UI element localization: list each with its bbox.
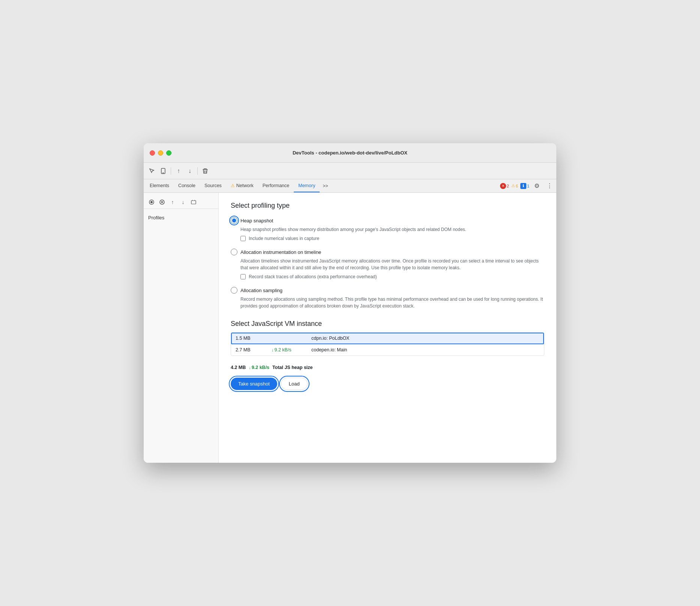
total-size: 4.2 MB	[231, 365, 246, 370]
heap-snapshot-checkbox-row: Include numerical values in capture	[240, 236, 544, 241]
heap-snapshot-label[interactable]: Heap snapshot	[240, 218, 273, 224]
allocation-sampling-radio-row: Allocation sampling	[231, 287, 544, 294]
sidebar: ↑ ↓ Profiles	[144, 193, 219, 463]
heap-snapshot-radio-wrapper[interactable]	[231, 217, 237, 224]
clear-profiles-button[interactable]	[189, 197, 198, 207]
tab-console[interactable]: Console	[174, 179, 200, 192]
action-buttons: Take snapshot Load	[231, 378, 544, 390]
import-profiles-button[interactable]: ↑	[168, 197, 177, 207]
heap-snapshot-radio-row: Heap snapshot	[231, 217, 544, 224]
nav-right-badges: ✕ 2 ⚠ 6 ℹ 1 ⚙ ⋮	[500, 179, 555, 192]
tab-network[interactable]: ⚠ Network	[226, 179, 258, 192]
error-badge[interactable]: ✕ 2	[500, 183, 509, 189]
vm-name-1: cdpn.io: PoLdbOX	[311, 336, 349, 341]
total-label: Total JS heap size	[272, 365, 312, 370]
window-title: DevTools - codepen.io/web-dot-dev/live/P…	[293, 150, 407, 156]
record-stack-traces-row: Record stack traces of allocations (extr…	[240, 274, 544, 279]
main-content: Select profiling type Heap snapshot Heap…	[219, 193, 556, 463]
vm-instances-table: 1.5 MB cdpn.io: PoLdbOX 2.7 MB ↓ 9.2 kB/…	[231, 332, 544, 356]
download-icon[interactable]: ↓	[185, 166, 195, 176]
sidebar-profiles-label: Profiles	[144, 212, 218, 224]
vm-instance-row-1[interactable]: 1.5 MB cdpn.io: PoLdbOX	[231, 333, 544, 344]
stop-button[interactable]	[157, 197, 167, 207]
export-profiles-button[interactable]: ↓	[178, 197, 188, 207]
include-numerical-checkbox[interactable]	[240, 236, 246, 241]
down-arrow-icon-2: ↓	[272, 348, 274, 352]
content-area: ↑ ↓ Profiles Select profiling type Heap …	[144, 193, 556, 463]
vm-size-2: 2.7 MB	[236, 347, 266, 352]
settings-icon[interactable]: ⚙	[532, 181, 542, 191]
vm-section-title: Select JavaScript VM instance	[231, 320, 544, 328]
record-stack-traces-checkbox[interactable]	[240, 274, 246, 279]
allocation-sampling-description: Record memory allocations using sampling…	[240, 296, 544, 309]
vm-instance-row-2[interactable]: 2.7 MB ↓ 9.2 kB/s codepen.io: Main	[231, 344, 544, 356]
total-rate: ↓ 9.2 kB/s	[249, 365, 269, 370]
traffic-lights	[150, 150, 171, 156]
tab-elements[interactable]: Elements	[145, 179, 174, 192]
vm-size-1: 1.5 MB	[236, 336, 266, 341]
minimize-button[interactable]	[158, 150, 163, 156]
tab-performance[interactable]: Performance	[258, 179, 294, 192]
allocation-timeline-label[interactable]: Allocation instrumentation on timeline	[240, 249, 321, 255]
tab-memory[interactable]: Memory	[294, 179, 320, 192]
heap-snapshot-description: Heap snapshot profiles show memory distr…	[240, 226, 544, 233]
toolbar-divider-2	[197, 167, 198, 175]
record-stack-traces-label[interactable]: Record stack traces of allocations (extr…	[249, 274, 377, 279]
info-icon: ℹ	[520, 183, 526, 189]
toolbar: ↑ ↓	[144, 163, 556, 179]
vm-rate-2: ↓ 9.2 kB/s	[272, 347, 305, 352]
include-numerical-label[interactable]: Include numerical values in capture	[249, 236, 319, 241]
select-profiling-title: Select profiling type	[231, 202, 544, 210]
inspect-icon[interactable]	[147, 166, 157, 176]
total-down-arrow-icon: ↓	[249, 365, 251, 370]
tab-sources[interactable]: Sources	[200, 179, 226, 192]
svg-rect-7	[191, 201, 196, 204]
tab-more[interactable]: >>	[320, 179, 331, 192]
sidebar-toolbar: ↑ ↓	[144, 196, 218, 209]
info-badge[interactable]: ℹ 1	[520, 183, 529, 189]
upload-icon[interactable]: ↑	[173, 166, 184, 176]
device-icon[interactable]	[158, 166, 168, 176]
vm-name-2: codepen.io: Main	[311, 347, 347, 352]
allocation-timeline-radio[interactable]	[231, 249, 237, 255]
error-icon: ✕	[500, 183, 506, 189]
nav-tabs: Elements Console Sources ⚠ Network Perfo…	[144, 179, 556, 193]
total-row: 4.2 MB ↓ 9.2 kB/s Total JS heap size	[231, 362, 544, 373]
toolbar-divider	[171, 167, 171, 175]
devtools-window: DevTools - codepen.io/web-dot-dev/live/P…	[144, 143, 556, 463]
allocation-timeline-description: Allocation timelines show instrumented J…	[240, 258, 544, 271]
vm-rate-1	[272, 336, 305, 341]
allocation-sampling-option: Allocation sampling Record memory alloca…	[231, 287, 544, 309]
maximize-button[interactable]	[166, 150, 171, 156]
more-options-icon[interactable]: ⋮	[544, 181, 555, 191]
close-button[interactable]	[150, 150, 155, 156]
heap-snapshot-option: Heap snapshot Heap snapshot profiles sho…	[231, 217, 544, 241]
allocation-sampling-radio[interactable]	[231, 287, 237, 294]
svg-point-3	[150, 201, 153, 203]
load-button[interactable]: Load	[281, 378, 308, 390]
take-snapshot-button[interactable]: Take snapshot	[231, 378, 277, 390]
allocation-timeline-radio-row: Allocation instrumentation on timeline	[231, 249, 544, 255]
warning-badge[interactable]: ⚠ 6	[511, 183, 518, 188]
allocation-timeline-option: Allocation instrumentation on timeline A…	[231, 249, 544, 279]
record-button[interactable]	[147, 197, 156, 207]
heap-snapshot-radio[interactable]	[231, 217, 237, 224]
allocation-sampling-label[interactable]: Allocation sampling	[240, 288, 282, 293]
warning-icon: ⚠	[511, 183, 515, 188]
clear-icon[interactable]	[200, 166, 210, 176]
titlebar: DevTools - codepen.io/web-dot-dev/live/P…	[144, 143, 556, 163]
network-warning-icon: ⚠	[231, 183, 235, 188]
